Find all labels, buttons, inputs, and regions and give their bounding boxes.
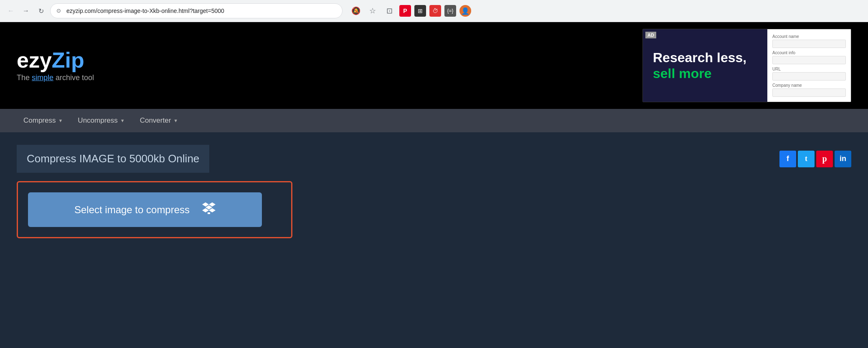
uncompress-dropdown-arrow: ▼ xyxy=(120,118,125,123)
upload-area: Select image to compress xyxy=(17,181,292,238)
ad-banner: AD Research less, sell more Account name… xyxy=(642,29,851,102)
title-social-row: Compress IMAGE to 5000kb Online f t p in xyxy=(17,145,851,173)
ad-input-3 xyxy=(772,72,846,81)
compress-dropdown-arrow: ▼ xyxy=(58,118,63,123)
ad-label: AD xyxy=(645,32,656,38)
ad-form: Account name Account info URL Company na… xyxy=(767,29,851,102)
nav-converter[interactable]: Converter ▼ xyxy=(133,111,185,131)
page-wrapper: ezyZip The simple archive tool AD Resear… xyxy=(0,22,868,348)
site-header: ezyZip The simple archive tool AD Resear… xyxy=(0,22,868,109)
mute-button[interactable]: 🔕 xyxy=(349,4,363,18)
ad-content-left: Research less, sell more xyxy=(643,29,767,102)
screenshot-icon: ⊡ xyxy=(386,6,393,15)
converter-dropdown-arrow: ▼ xyxy=(173,118,178,123)
site-nav: Compress ▼ Uncompress ▼ Converter ▼ xyxy=(0,109,868,132)
ad-input-4 xyxy=(772,88,846,97)
mute-icon: 🔕 xyxy=(351,6,360,15)
nav-uncompress[interactable]: Uncompress ▼ xyxy=(71,111,131,131)
ad-form-row-4: Company name xyxy=(772,83,846,97)
star-icon: ☆ xyxy=(369,6,376,15)
twitter-share-button[interactable]: t xyxy=(798,151,815,167)
site-logo: ezyZip xyxy=(17,49,94,71)
linkedin-share-button[interactable]: in xyxy=(835,151,851,167)
back-button[interactable]: ← xyxy=(5,5,17,17)
browser-chrome: ← → ↻ ⊙ ezyzip.com/compress-image-to-Xkb… xyxy=(0,0,868,22)
browser-actions: 🔕 ☆ ⊡ P ⊞ ⏱ {=} 👤 xyxy=(349,4,471,18)
upload-button-text: Select image to compress xyxy=(74,204,190,216)
code-extension[interactable]: {=} xyxy=(444,5,456,17)
main-content: Compress IMAGE to 5000kb Online f t p in xyxy=(0,132,868,348)
timer-extension[interactable]: ⏱ xyxy=(429,5,441,17)
svg-rect-5 xyxy=(208,212,210,214)
page-title-bar: Compress IMAGE to 5000kb Online xyxy=(17,145,209,173)
forward-button[interactable]: → xyxy=(20,5,32,17)
pinterest-share-button[interactable]: p xyxy=(816,151,833,167)
ad-form-row-2: Account info xyxy=(772,50,846,64)
ad-headline: Research less, sell more xyxy=(653,50,757,82)
logo-area: ezyZip The simple archive tool xyxy=(17,49,94,82)
facebook-share-button[interactable]: f xyxy=(779,151,796,167)
url-text: ezyzip.com/compress-image-to-Xkb-online.… xyxy=(66,8,336,14)
ad-input-2 xyxy=(772,56,846,64)
screenshot-button[interactable]: ⊡ xyxy=(383,4,396,18)
user-extension[interactable]: 👤 xyxy=(459,5,471,17)
site-security-icon: ⊙ xyxy=(56,8,63,14)
nav-compress[interactable]: Compress ▼ xyxy=(17,111,69,131)
crop-extension[interactable]: ⊞ xyxy=(414,5,426,17)
browser-toolbar: ← → ↻ ⊙ ezyzip.com/compress-image-to-Xkb… xyxy=(0,0,868,22)
select-image-button[interactable]: Select image to compress xyxy=(28,192,262,227)
pinterest-extension[interactable]: P xyxy=(399,5,411,17)
page-title: Compress IMAGE to 5000kb Online xyxy=(27,152,199,165)
social-buttons: f t p in xyxy=(779,151,851,167)
refresh-button[interactable]: ↻ xyxy=(35,5,47,17)
tagline: The simple archive tool xyxy=(17,73,94,82)
dropbox-icon xyxy=(202,202,216,217)
ad-form-row-1: Account name xyxy=(772,34,846,48)
bookmark-button[interactable]: ☆ xyxy=(366,4,379,18)
ad-input-1 xyxy=(772,40,846,48)
address-bar[interactable]: ⊙ ezyzip.com/compress-image-to-Xkb-onlin… xyxy=(50,3,343,18)
ad-form-row-3: URL xyxy=(772,67,846,81)
